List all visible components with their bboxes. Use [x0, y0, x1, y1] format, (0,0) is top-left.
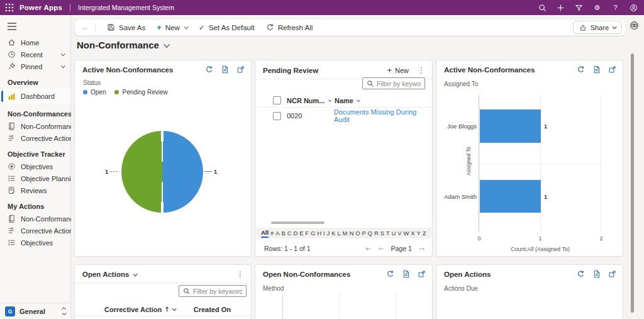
app-name[interactable]: Power Apps [19, 4, 62, 11]
jump-letter[interactable]: V [397, 230, 401, 237]
jump-letter[interactable]: S [380, 230, 384, 237]
table-header-row: Corrective Action ↑ Created On [75, 303, 251, 316]
filter-icon[interactable] [575, 4, 583, 12]
column-header-ncr-number[interactable]: NCR Num... [287, 97, 332, 104]
card-title[interactable]: Open Actions [82, 271, 136, 278]
jump-letter[interactable]: B [281, 230, 285, 237]
popout-icon[interactable] [608, 65, 616, 74]
sidebar-item-non-conformances[interactable]: Non-Conformances [0, 120, 70, 132]
sidebar-item-label: Home [21, 39, 39, 47]
column-header-corrective-action[interactable]: Corrective Action ↑ [104, 306, 175, 313]
jump-hash[interactable]: # [270, 230, 274, 237]
bar-joe-bloggs[interactable] [480, 109, 541, 143]
jump-letter[interactable]: L [337, 230, 340, 237]
account-icon[interactable] [630, 4, 638, 12]
vertical-scrollbar[interactable] [631, 53, 634, 313]
save-as-button[interactable]: Save As [101, 20, 151, 35]
app-title[interactable]: Intergrated Management System [78, 4, 174, 11]
jump-letter[interactable]: I [323, 230, 325, 237]
share-button[interactable]: Share [573, 21, 622, 34]
jump-letter[interactable]: M [343, 230, 348, 237]
set-as-default-button[interactable]: ✓ Set As Default [193, 20, 260, 35]
jump-letter[interactable]: H [317, 230, 321, 237]
sidebar-item-my-corrective-actions[interactable]: Corrective Actions [0, 225, 70, 237]
gridline [396, 294, 396, 319]
jump-all[interactable]: All [261, 229, 269, 238]
more-commands-icon[interactable]: ⋮ [236, 270, 245, 279]
filter-input[interactable] [193, 288, 242, 295]
jump-letter[interactable]: U [392, 230, 396, 237]
settings-icon[interactable]: ⚙ [593, 4, 601, 12]
sidebar-item-home[interactable]: Home [0, 36, 70, 48]
column-header-created-on[interactable]: Created On [194, 306, 231, 313]
sidebar-item-pinned[interactable]: Pinned [0, 60, 70, 72]
refresh-icon[interactable] [577, 270, 585, 278]
hamburger-menu-icon[interactable] [8, 23, 16, 30]
popout-icon[interactable] [236, 65, 245, 74]
sidebar-item-recent[interactable]: Recent [0, 48, 70, 60]
refresh-icon[interactable] [205, 65, 213, 74]
legend-item-pending-review[interactable]: Pending Review [114, 89, 167, 96]
table-row[interactable]: 0020 Documents Missing During Audit [255, 109, 432, 123]
waffle-icon[interactable] [5, 3, 14, 12]
previous-page-icon[interactable]: ← [378, 245, 384, 253]
jump-letter[interactable]: O [355, 230, 360, 237]
jump-letter[interactable]: G [311, 230, 315, 237]
report-icon[interactable] [221, 65, 229, 74]
legend-item-open[interactable]: Open [83, 89, 106, 96]
jump-letter[interactable]: T [386, 230, 390, 237]
sidebar-item-dashboard[interactable]: Dashboard [0, 89, 70, 104]
new-button[interactable]: + New [151, 20, 193, 35]
jump-letter[interactable]: D [293, 230, 297, 237]
report-icon[interactable] [592, 65, 601, 74]
jump-letter[interactable]: K [331, 230, 335, 237]
sidebar-item-objectives[interactable]: Objectives [0, 160, 70, 172]
page-title[interactable]: Non-Conformance [77, 40, 169, 50]
jump-letter[interactable]: N [349, 230, 353, 237]
jump-letter[interactable]: C [287, 230, 292, 237]
jump-letter[interactable]: F [305, 230, 309, 237]
refresh-all-button[interactable]: Refresh All [260, 20, 319, 35]
back-icon[interactable]: ← [81, 23, 89, 32]
search-icon[interactable] [538, 4, 547, 12]
jump-letter[interactable]: Z [423, 230, 426, 237]
more-commands-icon[interactable]: ⋮ [418, 66, 426, 75]
popout-icon[interactable] [608, 270, 616, 278]
jump-letter[interactable]: W [404, 230, 409, 237]
popout-icon[interactable] [418, 270, 426, 278]
help-icon[interactable]: ? [611, 4, 619, 12]
filter-input[interactable] [377, 80, 421, 87]
jump-letter[interactable]: P [362, 230, 365, 237]
jump-letter[interactable]: A [275, 230, 279, 237]
horizontal-scrollbar[interactable] [271, 221, 325, 224]
copilot-icon[interactable] [630, 21, 639, 30]
next-page-icon[interactable]: → [419, 245, 425, 253]
jump-letter[interactable]: J [327, 230, 330, 237]
pie-chart[interactable] [121, 131, 203, 213]
sidebar-item-reviews[interactable]: Reviews [0, 184, 70, 196]
cell-name-link[interactable]: Documents Missing During Audit [334, 108, 432, 123]
row-checkbox[interactable] [273, 112, 281, 120]
report-icon[interactable] [592, 270, 601, 278]
x-axis-tick: 0 [477, 235, 480, 242]
column-header-name[interactable]: Name [335, 97, 359, 104]
refresh-icon[interactable] [386, 270, 394, 278]
jump-letter[interactable]: Y [417, 230, 421, 237]
sidebar-item-my-non-conformances[interactable]: Non-Conformances [0, 213, 70, 225]
refresh-icon[interactable] [577, 65, 585, 74]
sidebar-item-my-objectives[interactable]: Objectives [0, 237, 70, 249]
sidebar-item-corrective-actions[interactable]: Corrective Actions [0, 132, 70, 144]
report-icon[interactable] [402, 270, 410, 278]
jump-letter[interactable]: E [299, 230, 303, 237]
environment-picker[interactable]: G General [0, 303, 70, 319]
add-icon[interactable] [557, 4, 565, 12]
jump-letter[interactable]: R [374, 230, 379, 237]
leader-line [110, 171, 118, 172]
select-all-checkbox[interactable] [273, 96, 281, 104]
bar-adam-smith[interactable] [480, 180, 541, 213]
first-page-icon[interactable]: ⇤ [365, 245, 371, 253]
sidebar-item-objective-planning[interactable]: Objective Planning [0, 172, 70, 184]
new-record-button[interactable]: + New [387, 65, 409, 75]
jump-letter[interactable]: X [411, 230, 414, 237]
jump-letter[interactable]: Q [368, 230, 372, 237]
